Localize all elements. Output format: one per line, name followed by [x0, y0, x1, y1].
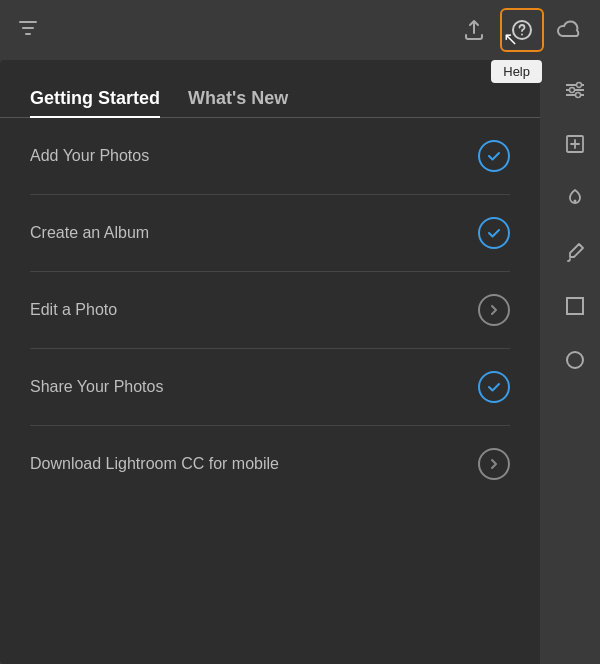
svg-rect-10 — [567, 298, 583, 314]
svg-point-6 — [570, 88, 575, 93]
list-item[interactable]: Add Your Photos — [30, 118, 510, 195]
arrow-icon-2 — [478, 294, 510, 326]
list-item[interactable]: Edit a Photo — [30, 272, 510, 349]
checked-icon-3 — [478, 371, 510, 403]
filter-icon[interactable] — [16, 16, 40, 44]
sidebar-adjustments-icon[interactable] — [557, 72, 593, 108]
help-tooltip: Help — [491, 60, 542, 83]
checked-icon-0 — [478, 140, 510, 172]
toolbar: Help — [0, 0, 600, 60]
upload-icon[interactable] — [456, 12, 492, 48]
main-panel: Getting Started What's New Add Your Phot… — [0, 60, 540, 664]
list-item[interactable]: Share Your Photos — [30, 349, 510, 426]
svg-point-1 — [521, 34, 523, 36]
help-button[interactable]: Help — [500, 8, 544, 52]
svg-point-7 — [576, 93, 581, 98]
svg-point-5 — [577, 83, 582, 88]
sidebar-circle-icon[interactable] — [557, 342, 593, 378]
tab-whats-new[interactable]: What's New — [188, 80, 288, 117]
right-sidebar — [550, 60, 600, 664]
checked-icon-1 — [478, 217, 510, 249]
svg-point-9 — [574, 200, 577, 203]
cloud-icon[interactable] — [552, 12, 588, 48]
getting-started-list: Add Your Photos Create an Album Edit a P… — [0, 118, 540, 502]
svg-point-11 — [567, 352, 583, 368]
sidebar-brush-icon[interactable] — [557, 234, 593, 270]
sidebar-heal-icon[interactable] — [557, 180, 593, 216]
arrow-icon-4 — [478, 448, 510, 480]
list-item[interactable]: Create an Album — [30, 195, 510, 272]
tab-getting-started[interactable]: Getting Started — [30, 80, 160, 117]
list-item[interactable]: Download Lightroom CC for mobile — [30, 426, 510, 502]
sidebar-transform-icon[interactable] — [557, 126, 593, 162]
tabs-container: Getting Started What's New — [0, 60, 540, 118]
sidebar-square-icon[interactable] — [557, 288, 593, 324]
toolbar-right: Help — [456, 8, 588, 52]
